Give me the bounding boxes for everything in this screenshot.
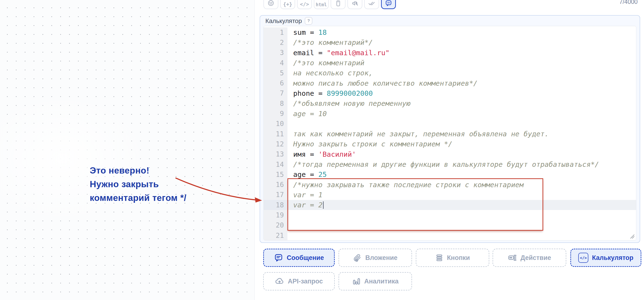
annotation-line: Это неверно! (90, 164, 186, 177)
code-line-16: 16/*нужно закрывать также последние стро… (264, 180, 636, 190)
message-button[interactable]: Сообщение (263, 249, 335, 267)
code-content: /*тогда переменная и другие функции в ка… (288, 159, 636, 170)
calculator-icon: </> (578, 253, 588, 263)
button-label: Вложение (365, 254, 397, 262)
message-icon (274, 253, 283, 262)
widget-title: Калькулятор (265, 17, 302, 25)
widget-header: Калькулятор ? (265, 17, 312, 25)
line-number: 5 (264, 68, 288, 78)
code-line-17: 17var = 1 (264, 190, 636, 200)
line-number: 7 (264, 88, 288, 98)
code-content (288, 220, 636, 230)
line-number: 2 (264, 38, 288, 48)
annotation-line: Нужно закрыть (90, 177, 186, 191)
code-content: /*нужно закрывать также последние строки… (288, 180, 636, 190)
html-icon[interactable]: html (314, 0, 329, 9)
analytics-icon (352, 277, 361, 286)
text-cursor (323, 201, 324, 209)
code-content: email = "email@mail.ru" (288, 48, 636, 58)
line-number: 18 (264, 200, 288, 210)
code-content: имя = 'Василий' (288, 149, 636, 159)
code-content: var = 2 (288, 200, 636, 210)
button-label: API-запрос (288, 278, 323, 285)
code-content: age = 10 (288, 108, 636, 118)
code-content: sum = 18 (288, 27, 636, 38)
button-label: Калькулятор (592, 254, 634, 262)
line-number: 9 (264, 108, 288, 118)
line-number: 20 (264, 220, 288, 230)
code-line-10: 10 (264, 119, 636, 129)
code-content: можно писать любое количество комментари… (288, 78, 636, 88)
code-content: /*это комментарий (288, 58, 636, 68)
code-line-18: 18var = 2 (264, 200, 636, 210)
code-line-1: 1sum = 18 (264, 27, 636, 38)
line-number: 17 (264, 190, 288, 200)
line-number: 12 (264, 139, 288, 149)
button-label: Сообщение (287, 254, 324, 262)
line-number: 13 (264, 149, 288, 159)
code-line-12: 12Нужно закрыть строки с комментарием */ (264, 139, 636, 149)
code-content (288, 210, 636, 220)
line-number: 14 (264, 159, 288, 170)
code-editor[interactable]: 1sum = 182/*это комментарий*/3email = "e… (264, 26, 636, 240)
code-content (288, 230, 636, 240)
code-icon[interactable]: </> (297, 0, 312, 9)
line-number: 6 (264, 78, 288, 88)
robot-icon (508, 253, 517, 262)
code-rows: 1sum = 182/*это комментарий*/3email = "e… (264, 26, 636, 240)
double-check-icon[interactable] (364, 0, 379, 9)
code-line-6: 6можно писать любое количество комментар… (264, 78, 636, 88)
code-line-21: 21 (264, 230, 636, 240)
calculator-button[interactable]: </> Калькулятор (570, 249, 641, 267)
code-line-14: 14/*тогда переменная и другие функции в … (264, 159, 636, 170)
line-number: 3 (264, 48, 288, 58)
button-label: Аналитика (364, 278, 398, 285)
sound-off-icon[interactable] (348, 0, 362, 9)
line-number: 21 (264, 230, 288, 240)
code-content: /*объявляем новую переменную (288, 98, 636, 108)
comment-icon[interactable] (381, 0, 396, 9)
attachment-icon (353, 254, 362, 262)
line-number: 1 (264, 27, 288, 38)
code-line-13: 13имя = 'Василий' (264, 149, 636, 159)
api-request-button[interactable]: API-запрос (263, 272, 335, 290)
line-number: 11 (264, 129, 288, 139)
resize-handle-icon[interactable] (629, 233, 635, 239)
code-line-19: 19 (264, 210, 636, 220)
cloud-upload-icon (275, 277, 284, 286)
action-button[interactable]: Действие (492, 249, 566, 267)
code-line-5: 5на несколько строк, (264, 68, 636, 78)
canvas-annotation-text[interactable]: Это неверно! Нужно закрыть комментарий т… (90, 164, 186, 205)
buttons-button[interactable]: Кнопки (416, 249, 489, 267)
code-line-9: 9age = 10 (264, 108, 636, 118)
phone-icon[interactable] (331, 0, 346, 9)
button-label: Кнопки (447, 254, 470, 262)
line-number: 10 (264, 119, 288, 129)
code-content (288, 119, 636, 129)
canvas-glow (0, 91, 154, 226)
code-line-8: 8/*объявляем новую переменную (264, 98, 636, 108)
flow-canvas[interactable]: Это неверно! Нужно закрыть комментарий т… (0, 0, 254, 300)
code-line-11: 11так как комментарий не закрыт, перемен… (264, 129, 636, 139)
line-number: 16 (264, 180, 288, 190)
line-number: 19 (264, 210, 288, 220)
code-content: var = 1 (288, 190, 636, 200)
code-line-7: 7phone = 89990002000 (264, 88, 636, 98)
insert-variable-icon[interactable]: {+} (280, 0, 295, 9)
button-label: Действие (520, 254, 551, 262)
annotation-line: комментарий тегом */ (90, 191, 186, 205)
line-number: 4 (264, 58, 288, 68)
analytics-button[interactable]: Аналитика (338, 272, 412, 290)
code-content: Нужно закрыть строки с комментарием */ (288, 139, 636, 149)
char-counter: 7/4000 (619, 0, 638, 5)
emoji-icon[interactable] (264, 0, 278, 9)
help-icon[interactable]: ? (305, 17, 312, 25)
line-number: 15 (264, 170, 288, 180)
code-content: /*это комментарий*/ (288, 38, 636, 48)
code-line-20: 20 (264, 220, 636, 230)
code-line-15: 15age = 25 (264, 170, 636, 180)
attachment-button[interactable]: Вложение (338, 249, 412, 267)
code-line-2: 2/*это комментарий*/ (264, 38, 636, 48)
code-content: так как комментарий не закрыт, переменна… (288, 129, 636, 139)
buttons-icon (435, 254, 444, 262)
